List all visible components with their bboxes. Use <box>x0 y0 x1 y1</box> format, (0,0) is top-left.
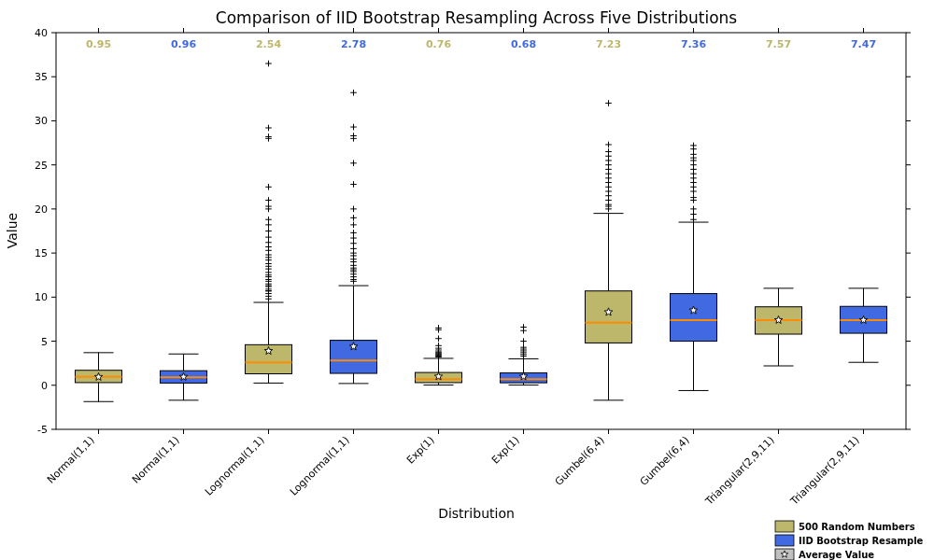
annotation-value: 0.96 <box>171 38 196 50</box>
y-tick-label: 5 <box>41 336 48 348</box>
annotation-value: 0.68 <box>511 38 536 50</box>
legend-label: Average Value <box>799 550 874 560</box>
x-tick-label: Gumbel(6,4) <box>638 434 692 488</box>
boxplot-6 <box>585 100 631 400</box>
annotation-value: 0.95 <box>86 38 111 50</box>
x-tick-label: Gumbel(6,4) <box>553 434 607 488</box>
legend-item: 500 Random Numbers <box>775 521 915 532</box>
chart-container: Comparison of IID Bootstrap Resampling A… <box>0 0 934 560</box>
chart-title: Comparison of IID Bootstrap Resampling A… <box>216 8 737 27</box>
boxplot-5 <box>500 324 546 385</box>
legend-label: IID Bootstrap Resample <box>799 536 924 546</box>
boxplots <box>75 61 886 401</box>
x-tick-label: Triangular(2,9,11) <box>702 434 776 508</box>
y-tick-label: 40 <box>35 27 48 39</box>
boxplot-4 <box>415 325 461 385</box>
annotation-value: 7.23 <box>596 38 621 50</box>
x-tick-label: Lognormal(1,1) <box>288 434 352 498</box>
x-tick-label: Exp(1) <box>404 434 437 467</box>
annotation-value: 0.76 <box>426 38 451 50</box>
y-tick-label: 30 <box>35 115 48 127</box>
legend-swatch <box>775 521 794 532</box>
y-tick-label: 35 <box>35 71 48 83</box>
annotation-value: 7.47 <box>851 38 876 50</box>
x-axis: Normal(1,1)Normal(1,1)Lognormal(1,1)Logn… <box>45 28 864 508</box>
boxplot-7 <box>670 143 716 391</box>
x-tick-label: Lognormal(1,1) <box>203 434 267 498</box>
y-tick-label: 20 <box>35 203 48 216</box>
box-iqr <box>585 291 631 343</box>
legend-item: IID Bootstrap Resample <box>775 535 924 546</box>
x-tick-label: Normal(1,1) <box>130 434 182 486</box>
boxplot-0 <box>75 353 121 401</box>
boxplot-1 <box>160 354 206 400</box>
legend-label: 500 Random Numbers <box>799 522 915 532</box>
legend: 500 Random NumbersIID Bootstrap Resample… <box>775 521 924 560</box>
x-tick-label: Triangular(2,9,11) <box>787 434 861 508</box>
annotation-value: 7.36 <box>681 38 706 50</box>
x-axis-label: Distribution <box>438 506 515 521</box>
boxplot-3 <box>330 90 376 384</box>
annotation-value: 2.54 <box>256 38 281 50</box>
annotation-value: 7.57 <box>766 38 791 50</box>
boxplot-9 <box>840 288 886 362</box>
y-tick-label: 25 <box>35 160 48 172</box>
y-axis-label: Value <box>5 213 20 248</box>
boxplot-2 <box>245 61 291 384</box>
x-tick-label: Exp(1) <box>489 434 522 467</box>
annotations-row: 0.950.962.542.780.760.687.237.367.577.47 <box>86 38 876 50</box>
y-tick-label: 0 <box>41 380 48 392</box>
y-tick-label: -5 <box>37 424 48 436</box>
y-tick-label: 10 <box>35 291 48 303</box>
x-tick-label: Normal(1,1) <box>45 434 97 486</box>
boxplot-chart: Comparison of IID Bootstrap Resampling A… <box>0 0 934 560</box>
boxplot-8 <box>755 288 801 366</box>
y-tick-label: 15 <box>35 247 48 259</box>
legend-item: Average Value <box>775 549 874 560</box>
legend-swatch <box>775 535 794 546</box>
annotation-value: 2.78 <box>341 38 366 50</box>
box-iqr <box>670 294 716 342</box>
